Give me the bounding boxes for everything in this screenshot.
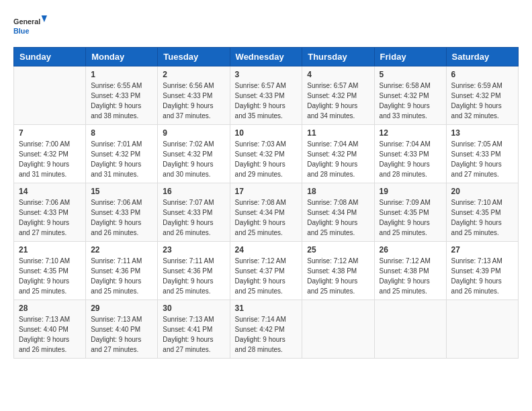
calendar-cell: 11Sunrise: 7:04 AMSunset: 4:32 PMDayligh… xyxy=(302,125,374,183)
calendar-cell: 25Sunrise: 7:12 AMSunset: 4:38 PMDayligh… xyxy=(302,242,374,300)
day-number: 20 xyxy=(451,187,513,196)
calendar-cell: 5Sunrise: 6:58 AMSunset: 4:32 PMDaylight… xyxy=(374,66,446,125)
calendar-cell: 8Sunrise: 7:01 AMSunset: 4:32 PMDaylight… xyxy=(86,125,158,183)
day-number: 25 xyxy=(307,245,369,255)
day-number: 19 xyxy=(380,187,441,196)
day-number: 31 xyxy=(235,304,298,313)
calendar-cell: 31Sunrise: 7:14 AMSunset: 4:42 PMDayligh… xyxy=(230,300,302,359)
day-info: Sunrise: 6:58 AMSunset: 4:32 PMDaylight:… xyxy=(380,81,441,121)
calendar-cell: 21Sunrise: 7:10 AMSunset: 4:35 PMDayligh… xyxy=(14,242,86,300)
header: General Blue xyxy=(13,13,519,40)
day-number: 14 xyxy=(19,187,81,196)
calendar-cell: 3Sunrise: 6:57 AMSunset: 4:33 PMDaylight… xyxy=(230,66,302,125)
day-info: Sunrise: 7:14 AMSunset: 4:42 PMDaylight:… xyxy=(235,314,298,355)
calendar-cell: 10Sunrise: 7:03 AMSunset: 4:32 PMDayligh… xyxy=(230,125,302,183)
day-number: 18 xyxy=(307,187,369,196)
day-info: Sunrise: 6:57 AMSunset: 4:32 PMDaylight:… xyxy=(307,81,369,121)
calendar-cell xyxy=(14,66,86,125)
day-number: 9 xyxy=(163,128,224,138)
day-number: 15 xyxy=(91,187,152,196)
calendar-cell xyxy=(302,300,374,359)
day-number: 8 xyxy=(91,128,152,138)
calendar-cell: 6Sunrise: 6:59 AMSunset: 4:32 PMDaylight… xyxy=(446,66,518,125)
day-number: 7 xyxy=(19,128,81,138)
header-cell-saturday: Saturday xyxy=(446,48,518,66)
day-number: 27 xyxy=(451,245,513,255)
day-info: Sunrise: 7:04 AMSunset: 4:33 PMDaylight:… xyxy=(380,139,441,179)
day-info: Sunrise: 7:06 AMSunset: 4:33 PMDaylight:… xyxy=(19,197,81,238)
day-number: 6 xyxy=(451,70,513,79)
calendar-cell: 1Sunrise: 6:55 AMSunset: 4:33 PMDaylight… xyxy=(86,66,158,125)
day-info: Sunrise: 7:06 AMSunset: 4:33 PMDaylight:… xyxy=(91,197,152,238)
header-cell-friday: Friday xyxy=(374,48,446,66)
day-number: 12 xyxy=(380,128,441,138)
header-cell-monday: Monday xyxy=(86,48,158,66)
day-info: Sunrise: 7:07 AMSunset: 4:33 PMDaylight:… xyxy=(163,197,224,238)
day-info: Sunrise: 7:12 AMSunset: 4:38 PMDaylight:… xyxy=(380,256,441,296)
day-info: Sunrise: 7:05 AMSunset: 4:33 PMDaylight:… xyxy=(451,139,513,179)
day-info: Sunrise: 7:03 AMSunset: 4:32 PMDaylight:… xyxy=(235,139,298,179)
day-number: 21 xyxy=(19,245,81,255)
calendar-cell xyxy=(374,300,446,359)
calendar-cell: 16Sunrise: 7:07 AMSunset: 4:33 PMDayligh… xyxy=(158,183,230,242)
day-info: Sunrise: 7:00 AMSunset: 4:32 PMDaylight:… xyxy=(19,139,81,179)
day-number: 11 xyxy=(307,128,369,138)
calendar-header-row: SundayMondayTuesdayWednesdayThursdayFrid… xyxy=(14,48,519,66)
day-info: Sunrise: 7:11 AMSunset: 4:36 PMDaylight:… xyxy=(91,256,152,296)
calendar-cell: 9Sunrise: 7:02 AMSunset: 4:32 PMDaylight… xyxy=(158,125,230,183)
calendar-cell: 23Sunrise: 7:11 AMSunset: 4:36 PMDayligh… xyxy=(158,242,230,300)
calendar-cell: 7Sunrise: 7:00 AMSunset: 4:32 PMDaylight… xyxy=(14,125,86,183)
day-number: 13 xyxy=(451,128,513,138)
svg-marker-2 xyxy=(42,15,47,22)
svg-text:General: General xyxy=(13,17,40,26)
day-info: Sunrise: 7:02 AMSunset: 4:32 PMDaylight:… xyxy=(163,139,224,179)
day-number: 24 xyxy=(235,245,298,255)
day-info: Sunrise: 7:08 AMSunset: 4:34 PMDaylight:… xyxy=(235,197,298,238)
day-info: Sunrise: 7:12 AMSunset: 4:37 PMDaylight:… xyxy=(235,256,298,296)
week-row-2: 7Sunrise: 7:00 AMSunset: 4:32 PMDaylight… xyxy=(14,125,519,183)
day-number: 4 xyxy=(307,70,369,79)
day-info: Sunrise: 7:13 AMSunset: 4:41 PMDaylight:… xyxy=(163,314,224,355)
day-number: 17 xyxy=(235,187,298,196)
day-info: Sunrise: 7:04 AMSunset: 4:32 PMDaylight:… xyxy=(307,139,369,179)
week-row-4: 21Sunrise: 7:10 AMSunset: 4:35 PMDayligh… xyxy=(14,242,519,300)
day-number: 23 xyxy=(163,245,224,255)
calendar-cell: 13Sunrise: 7:05 AMSunset: 4:33 PMDayligh… xyxy=(446,125,518,183)
calendar-cell: 26Sunrise: 7:12 AMSunset: 4:38 PMDayligh… xyxy=(374,242,446,300)
day-info: Sunrise: 7:10 AMSunset: 4:35 PMDaylight:… xyxy=(451,197,513,238)
day-info: Sunrise: 7:13 AMSunset: 4:39 PMDaylight:… xyxy=(451,256,513,296)
calendar-cell xyxy=(446,300,518,359)
day-info: Sunrise: 6:55 AMSunset: 4:33 PMDaylight:… xyxy=(91,81,152,121)
header-cell-tuesday: Tuesday xyxy=(158,48,230,66)
day-number: 10 xyxy=(235,128,298,138)
day-number: 26 xyxy=(380,245,441,255)
calendar-cell: 17Sunrise: 7:08 AMSunset: 4:34 PMDayligh… xyxy=(230,183,302,242)
day-info: Sunrise: 7:09 AMSunset: 4:35 PMDaylight:… xyxy=(380,197,441,238)
day-info: Sunrise: 7:11 AMSunset: 4:36 PMDaylight:… xyxy=(163,256,224,296)
day-info: Sunrise: 7:12 AMSunset: 4:38 PMDaylight:… xyxy=(307,256,369,296)
day-info: Sunrise: 7:08 AMSunset: 4:34 PMDaylight:… xyxy=(307,197,369,238)
header-cell-wednesday: Wednesday xyxy=(230,48,302,66)
calendar-cell: 2Sunrise: 6:56 AMSunset: 4:33 PMDaylight… xyxy=(158,66,230,125)
day-info: Sunrise: 7:10 AMSunset: 4:35 PMDaylight:… xyxy=(19,256,81,296)
header-cell-sunday: Sunday xyxy=(14,48,86,66)
header-cell-thursday: Thursday xyxy=(302,48,374,66)
day-number: 2 xyxy=(163,70,224,79)
week-row-3: 14Sunrise: 7:06 AMSunset: 4:33 PMDayligh… xyxy=(14,183,519,242)
day-info: Sunrise: 7:13 AMSunset: 4:40 PMDaylight:… xyxy=(91,314,152,355)
calendar-cell: 20Sunrise: 7:10 AMSunset: 4:35 PMDayligh… xyxy=(446,183,518,242)
day-info: Sunrise: 7:01 AMSunset: 4:32 PMDaylight:… xyxy=(91,139,152,179)
svg-text:Blue: Blue xyxy=(13,27,29,35)
calendar-cell: 19Sunrise: 7:09 AMSunset: 4:35 PMDayligh… xyxy=(374,183,446,242)
day-number: 29 xyxy=(91,304,152,313)
calendar-cell: 30Sunrise: 7:13 AMSunset: 4:41 PMDayligh… xyxy=(158,300,230,359)
calendar-table: SundayMondayTuesdayWednesdayThursdayFrid… xyxy=(13,47,519,359)
day-number: 16 xyxy=(163,187,224,196)
logo-svg: General Blue xyxy=(13,13,47,40)
calendar-cell: 27Sunrise: 7:13 AMSunset: 4:39 PMDayligh… xyxy=(446,242,518,300)
day-number: 22 xyxy=(91,245,152,255)
calendar-cell: 12Sunrise: 7:04 AMSunset: 4:33 PMDayligh… xyxy=(374,125,446,183)
day-number: 1 xyxy=(91,70,152,79)
calendar-cell: 22Sunrise: 7:11 AMSunset: 4:36 PMDayligh… xyxy=(86,242,158,300)
day-number: 30 xyxy=(163,304,224,313)
